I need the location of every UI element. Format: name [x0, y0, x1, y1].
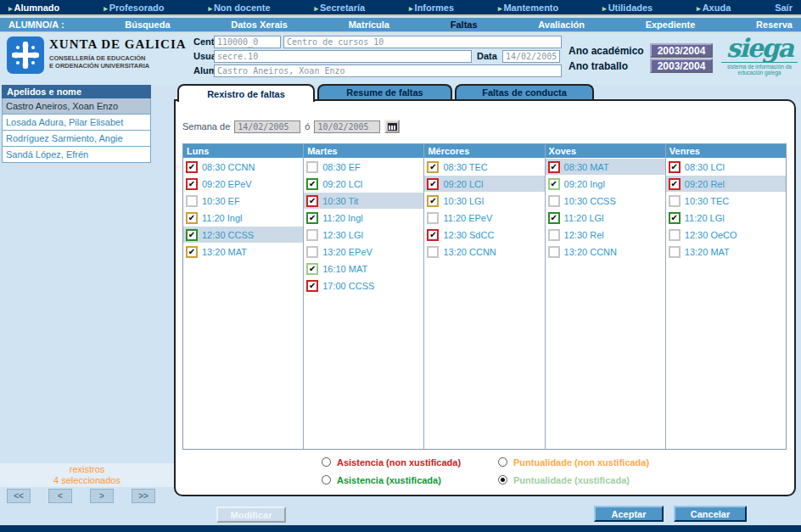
- next-page-button[interactable]: >: [90, 489, 114, 503]
- cancelar-button[interactable]: Cancelar: [674, 506, 747, 522]
- slot-checkbox[interactable]: [186, 195, 198, 207]
- fault-radio[interactable]: [322, 475, 331, 484]
- slot-checkbox[interactable]: ✔: [427, 178, 439, 190]
- schedule-slot[interactable]: ✔11:20 LGl: [666, 210, 786, 226]
- slot-checkbox[interactable]: [548, 246, 560, 258]
- schedule-slot[interactable]: 12:30 OeCO: [666, 227, 786, 243]
- slot-checkbox[interactable]: [306, 246, 318, 258]
- module-menu-item-busqueda[interactable]: Búsqueda: [125, 20, 170, 30]
- schedule-slot[interactable]: ✔09:20 Ingl: [546, 176, 665, 192]
- top-menu-item-utilidades[interactable]: ▸Utilidades: [602, 3, 653, 13]
- slot-checkbox[interactable]: ✔: [427, 161, 439, 173]
- schedule-slot[interactable]: ✔16:10 MAT: [304, 260, 423, 277]
- slot-checkbox[interactable]: ✔: [669, 178, 681, 190]
- schedule-slot[interactable]: ✔13:20 MAT: [183, 244, 303, 260]
- slot-checkbox[interactable]: ✔: [427, 229, 439, 241]
- schedule-slot[interactable]: ✔17:00 CCSS: [304, 277, 423, 294]
- slot-checkbox[interactable]: ✔: [186, 212, 198, 224]
- prev-page-button[interactable]: <: [48, 489, 72, 503]
- module-menu-item-datos-xerais[interactable]: Datos Xerais: [231, 20, 288, 30]
- schedule-slot[interactable]: 12:30 Rel: [546, 227, 665, 243]
- tab-rexistro-de-faltas[interactable]: Rexistro de faltas: [177, 84, 315, 102]
- week-date-from-field[interactable]: 14/02/2005: [234, 120, 300, 133]
- slot-checkbox[interactable]: ✔: [306, 263, 318, 275]
- last-page-button[interactable]: >>: [132, 489, 155, 503]
- schedule-slot[interactable]: 10:30 EF: [183, 193, 303, 209]
- centro-code-field[interactable]: 110000_0: [214, 36, 281, 48]
- slot-checkbox[interactable]: ✔: [548, 161, 560, 173]
- schedule-slot[interactable]: 10:30 TEC: [666, 193, 786, 209]
- slot-checkbox[interactable]: [548, 229, 560, 241]
- schedule-slot[interactable]: ✔09:20 LCl: [424, 176, 544, 192]
- slot-checkbox[interactable]: ✔: [186, 246, 198, 258]
- module-menu-item-faltas[interactable]: Faltas: [451, 20, 478, 30]
- module-menu-item-expediente[interactable]: Expediente: [646, 20, 696, 30]
- slot-checkbox[interactable]: ✔: [306, 178, 318, 190]
- modificar-button[interactable]: Modificar: [216, 507, 286, 523]
- fault-radio[interactable]: [498, 457, 507, 467]
- slot-checkbox[interactable]: ✔: [186, 161, 198, 173]
- schedule-slot[interactable]: ✔08:30 CCNN: [183, 159, 303, 175]
- top-menu-item-mantemento[interactable]: ▸Mantemento: [498, 3, 558, 13]
- fault-option-puntualidade-non-xustificada[interactable]: Puntualidade (non xustificada): [498, 454, 649, 470]
- top-menu-item-alumnado[interactable]: ▸Alumnado: [8, 3, 59, 13]
- data-field[interactable]: 14/02/2005: [502, 50, 560, 63]
- slot-checkbox[interactable]: [669, 246, 681, 258]
- fault-option-puntualidade-xustificada[interactable]: Puntualidade (xustificada): [498, 472, 649, 488]
- schedule-slot[interactable]: ✔11:20 Ingl: [304, 210, 423, 226]
- schedule-slot[interactable]: ✔08:30 TEC: [424, 159, 544, 175]
- schedule-slot[interactable]: 13:20 EPeV: [304, 244, 423, 260]
- slot-checkbox[interactable]: ✔: [548, 212, 560, 224]
- slot-checkbox[interactable]: [548, 195, 560, 207]
- tab-resume-de-faltas[interactable]: Resume de faltas: [317, 84, 452, 99]
- schedule-slot[interactable]: 13:20 CCNN: [546, 244, 665, 260]
- module-menu-item-avaliacion[interactable]: Avaliación: [538, 20, 585, 30]
- student-row[interactable]: Castro Aneiros, Xoan Enzo: [2, 98, 151, 115]
- schedule-slot[interactable]: ✔08:30 LCl: [666, 159, 786, 175]
- slot-checkbox[interactable]: ✔: [306, 212, 318, 224]
- schedule-slot[interactable]: 13:20 MAT: [666, 244, 786, 260]
- slot-checkbox[interactable]: [669, 229, 681, 241]
- slot-checkbox[interactable]: [669, 195, 681, 207]
- slot-checkbox[interactable]: ✔: [548, 178, 560, 190]
- schedule-slot[interactable]: ✔09:20 LCl: [304, 176, 423, 192]
- student-row[interactable]: Sandá López, Efrén: [2, 147, 151, 163]
- tab-faltas-de-conducta[interactable]: Faltas de conducta: [455, 84, 594, 99]
- schedule-slot[interactable]: ✔09:20 EPeV: [183, 176, 303, 192]
- student-row[interactable]: Losada Adura, Pilar Elisabet: [2, 115, 151, 131]
- module-menu-item-reserva[interactable]: Reserva: [756, 20, 793, 30]
- week-date-to-field[interactable]: 10/02/2005: [314, 120, 380, 133]
- fault-option-asistencia-non-xustificada[interactable]: Asistencia (non xustificada): [322, 454, 498, 470]
- schedule-slot[interactable]: ✔09:20 Rel: [666, 176, 786, 192]
- top-menu-item-informes[interactable]: ▸Informes: [409, 3, 454, 13]
- centro-name-field[interactable]: Centro de cursos 10: [283, 36, 562, 48]
- slot-checkbox[interactable]: ✔: [427, 195, 439, 207]
- top-menu-item-sair[interactable]: Saír: [775, 3, 793, 13]
- fault-option-asistencia-xustificada[interactable]: Asistencia (xustificada): [322, 472, 498, 488]
- slot-checkbox[interactable]: [427, 246, 439, 258]
- schedule-slot[interactable]: 11:20 EPeV: [424, 210, 544, 226]
- slot-checkbox[interactable]: [427, 212, 439, 224]
- module-menu-item-matricula[interactable]: Matrícula: [349, 20, 389, 30]
- first-page-button[interactable]: <<: [7, 489, 31, 503]
- fault-radio[interactable]: [322, 457, 331, 467]
- fault-radio[interactable]: [498, 475, 507, 484]
- usuario-field[interactable]: secre.10: [214, 50, 472, 63]
- top-menu-item-profesorado[interactable]: ▸Profesorado: [104, 3, 164, 13]
- calendar-button[interactable]: [384, 120, 400, 133]
- slot-checkbox[interactable]: ✔: [669, 212, 681, 224]
- slot-checkbox[interactable]: [306, 229, 318, 241]
- slot-checkbox[interactable]: ✔: [186, 178, 198, 190]
- slot-checkbox[interactable]: ✔: [669, 161, 681, 173]
- slot-checkbox[interactable]: ✔: [306, 195, 318, 207]
- slot-checkbox[interactable]: ✔: [186, 229, 198, 241]
- schedule-slot[interactable]: ✔10:30 LGl: [424, 193, 544, 209]
- schedule-slot[interactable]: ✔10:30 Tit: [304, 193, 423, 209]
- schedule-slot[interactable]: ✔12:30 SdCC: [424, 227, 544, 243]
- alumno-field[interactable]: Castro Aneiros, Xoan Enzo: [214, 64, 562, 77]
- slot-checkbox[interactable]: ✔: [306, 280, 318, 292]
- student-row[interactable]: Rodríguez Sarmiento, Angie: [2, 131, 151, 147]
- schedule-slot[interactable]: ✔11:20 Ingl: [183, 210, 303, 226]
- aceptar-button[interactable]: Aceptar: [594, 506, 664, 522]
- schedule-slot[interactable]: ✔08:30 MAT: [546, 159, 665, 175]
